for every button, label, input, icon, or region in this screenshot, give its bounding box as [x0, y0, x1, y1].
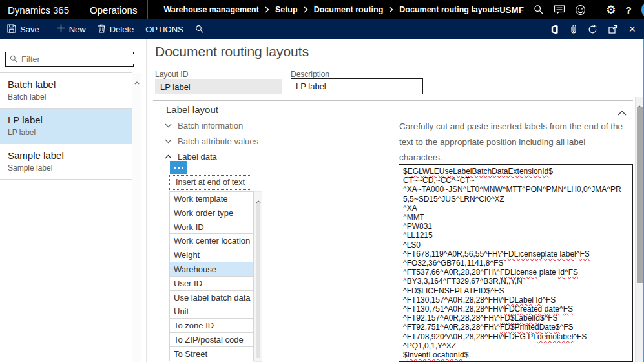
- tree-node-label: Batch information: [178, 121, 243, 131]
- list-item[interactable]: Batch labelBatch label: [0, 73, 132, 109]
- record-list-panel: Batch labelBatch labelLP labelLP labelSa…: [0, 39, 147, 362]
- field-row[interactable]: Work template: [170, 192, 253, 206]
- breadcrumb-chevron-icon: [304, 6, 308, 13]
- tree-node[interactable]: Batch information: [165, 118, 258, 133]
- topbar-divider: [596, 0, 596, 19]
- feedback-icon[interactable]: [554, 5, 565, 15]
- instruction-text: Carefully cut and paste inserted labels …: [399, 119, 639, 165]
- code-line: ^FT537,66^A0R,28,28^FH\^FDLicense plate …: [403, 268, 628, 277]
- breadcrumb: Warehouse managementSetupDocument routin…: [163, 5, 499, 14]
- breadcrumb-item[interactable]: Document routing layouts: [399, 5, 499, 14]
- scrollbar-thumb[interactable]: [637, 107, 643, 283]
- insert-field-button[interactable]: [170, 161, 187, 174]
- label-code-textarea[interactable]: $EGLWLEUseLabelBatchDataExtensionId$CT~~…: [399, 164, 633, 362]
- new-button[interactable]: New: [51, 24, 92, 34]
- tree-node-label: Label data: [178, 152, 217, 162]
- list-item-title: Sample label: [8, 150, 132, 161]
- breadcrumb-chevron-icon: [265, 6, 269, 13]
- dynamics365-window: Dynamics 365 Operations Warehouse manage…: [0, 0, 644, 362]
- code-line: ^LS0: [403, 240, 628, 250]
- delete-button[interactable]: Delete: [92, 24, 140, 35]
- save-icon: [7, 24, 16, 35]
- tree-node[interactable]: Batch attribute values: [165, 133, 258, 149]
- filter-box: [5, 52, 134, 67]
- code-line: ^MMT: [403, 213, 628, 222]
- code-line: ^XA: [403, 204, 628, 213]
- description-field[interactable]: [291, 78, 423, 94]
- description-label: Description: [291, 70, 329, 79]
- ellipsis-dot: [178, 167, 180, 169]
- list-item-title: LP label: [8, 114, 132, 125]
- filter-search-icon: [10, 54, 17, 65]
- search-icon[interactable]: [534, 5, 544, 15]
- field-row[interactable]: Work ID: [170, 220, 253, 235]
- refresh-icon[interactable]: [588, 25, 597, 34]
- section-collapse-chevron-icon[interactable]: [618, 107, 627, 118]
- help-icon[interactable]: ?: [625, 5, 631, 16]
- actionbar-divider: [48, 23, 48, 35]
- code-line: $InventLocationId$: [403, 350, 628, 359]
- code-line: ^XA~TA000~JSN^LT0^MNW^MTT^PON^PMN^LH0,0^…: [403, 185, 628, 194]
- plus-icon: [57, 24, 65, 34]
- attach-icon[interactable]: [570, 24, 577, 34]
- breadcrumb-item[interactable]: Setup: [275, 5, 298, 14]
- section-title: Label layout: [166, 104, 218, 115]
- field-row[interactable]: Use label batch data ...: [170, 291, 253, 305]
- tree-node-label: Batch attribute values: [178, 136, 258, 146]
- field-row[interactable]: Work order type: [170, 206, 253, 220]
- layout-id-label: Layout ID: [155, 70, 188, 79]
- field-row[interactable]: User ID: [170, 277, 253, 291]
- top-navigation-bar: Dynamics 365 Operations Warehouse manage…: [0, 0, 644, 19]
- close-icon[interactable]: ×: [628, 23, 636, 35]
- code-line: ^FT678,119^A0R,56,55^FH\^FDLicenseplate …: [403, 250, 628, 259]
- popout-icon[interactable]: [608, 25, 618, 34]
- filter-input[interactable]: [21, 54, 135, 64]
- code-line: ^FD$LICENSEPLATEID$^FS: [403, 286, 628, 295]
- breadcrumb-chevron-icon: [389, 6, 393, 13]
- scroll-up-icon[interactable]: [134, 76, 140, 87]
- field-row[interactable]: Weight: [170, 248, 253, 262]
- field-row[interactable]: To zone ID: [170, 319, 253, 333]
- code-line: 5,5~SD15^JUS^LRN^CI0^XZ: [403, 195, 628, 204]
- actionbar-search-icon[interactable]: [189, 25, 210, 34]
- chevron-down-icon: [165, 139, 172, 144]
- breadcrumb-item[interactable]: Document routing: [314, 5, 384, 14]
- code-line: ^FT130,157^A0R,28,28^FH\^FDLabel Id^FS: [403, 295, 628, 304]
- smiley-icon[interactable]: [575, 5, 586, 16]
- list-item-subtitle: Batch label: [8, 92, 132, 101]
- field-row[interactable]: To Street: [170, 347, 253, 361]
- code-line: ^FT92,157^A0R,28,28^FH\^FD$LabelId$^FS: [403, 314, 628, 323]
- code-line: ^PW831: [403, 222, 628, 231]
- settings-gear-icon[interactable]: ⚙: [606, 5, 616, 16]
- field-row[interactable]: Warehouse: [170, 262, 253, 277]
- list-item-subtitle: Sample label: [8, 164, 132, 173]
- code-line: ^FT130,751^A0R,28,28^FH\^FDCreated date^…: [403, 304, 628, 314]
- code-line: ^FO32,36^GB761,1141,8^FS: [403, 259, 628, 268]
- record-list-scrollbar[interactable]: [132, 73, 141, 362]
- field-row[interactable]: To ZIP/postal code: [170, 333, 253, 347]
- list-item[interactable]: Sample labelSample label: [0, 144, 132, 180]
- app-name[interactable]: Operations: [79, 5, 147, 16]
- code-line: ^PQ1,0,1,Y^XZ: [403, 341, 628, 350]
- save-button[interactable]: Save: [1, 24, 45, 35]
- options-menu[interactable]: OPTIONS: [140, 25, 189, 34]
- layout-id-field: LP label: [155, 79, 282, 94]
- code-line: ^FT92,751^A0R,28,28^FH\^FD$PrintedDate$^…: [403, 323, 628, 332]
- field-list-scrollbar[interactable]: [254, 191, 262, 362]
- product-name[interactable]: Dynamics 365: [0, 5, 79, 16]
- field-list: Work templateWork order typeWork IDWork …: [169, 191, 254, 361]
- field-row[interactable]: Work center location: [170, 234, 253, 248]
- list-item[interactable]: LP labelLP label: [0, 109, 132, 144]
- company-picker[interactable]: USMF: [499, 5, 524, 15]
- ellipsis-dot: [182, 167, 183, 169]
- field-row[interactable]: Unit: [170, 304, 253, 319]
- avatar[interactable]: BJ: [641, 1, 644, 18]
- code-line: ^FT708,920^A0R,28,28^FH\^FDEG PI demolab…: [403, 332, 628, 341]
- code-line: ^BY3,3,164^FT329,67^B3R,N,,Y,N: [403, 277, 628, 286]
- office-icon[interactable]: [550, 25, 559, 34]
- chevron-up-icon: [165, 154, 172, 159]
- page-title: Document routing layouts: [155, 44, 309, 59]
- breadcrumb-item[interactable]: Warehouse management: [163, 5, 259, 14]
- scrollbar-thumb[interactable]: [256, 203, 260, 358]
- trash-icon: [98, 24, 106, 35]
